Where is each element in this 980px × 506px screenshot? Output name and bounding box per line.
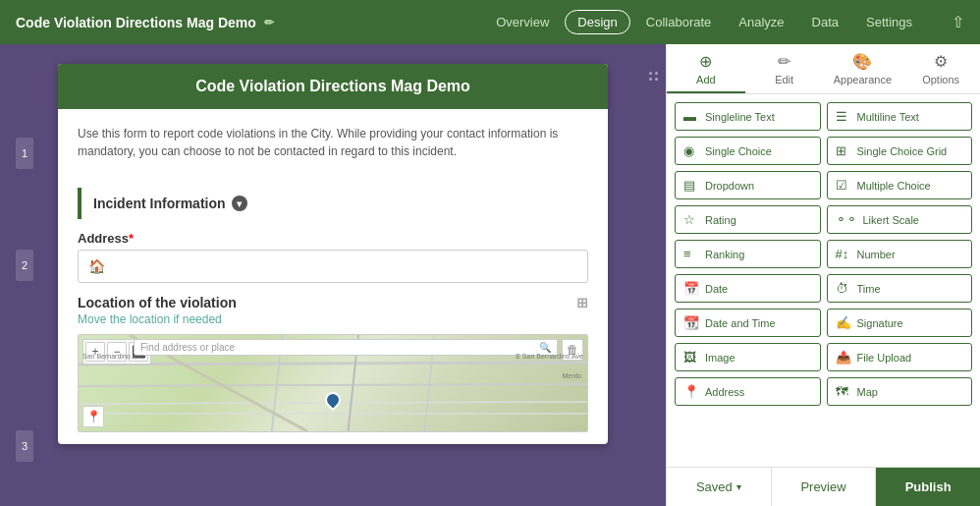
field-time[interactable]: ⏱ Time [827, 274, 973, 303]
form-section-incident: Incident Information ▾ [78, 188, 588, 219]
edit-title-icon[interactable]: ✏ [264, 16, 274, 29]
field-row-8: 🖼 Image 📤 File Upload [675, 343, 972, 371]
section-icon: ⊞ [576, 295, 588, 310]
appearance-tab-icon: 🎨 [852, 52, 872, 71]
field-singleline[interactable]: ▬ Singleline Text [675, 102, 821, 131]
publish-button[interactable]: Publish [876, 468, 980, 506]
field-single-choice[interactable]: ◉ Single Choice [675, 137, 821, 165]
field-number[interactable]: #↕ Number [827, 240, 973, 268]
location-section: Location of the violation ⊞ Move the loc… [78, 295, 588, 432]
add-tab-icon: ⊕ [699, 52, 712, 71]
nav-settings[interactable]: Settings [854, 11, 924, 33]
section-num-3: 3 [16, 430, 33, 462]
field-signature[interactable]: ✍ Signature [827, 309, 973, 337]
location-subtitle: Move the location if needed [78, 312, 588, 326]
preview-button[interactable]: Preview [771, 468, 877, 506]
app-title-container: Code Violation Directions Mag Demo ✏ [16, 15, 464, 30]
single-choice-icon: ◉ [683, 143, 699, 158]
section-collapse-icon[interactable]: ▾ [232, 196, 247, 211]
nav-collaborate[interactable]: Collaborate [634, 11, 724, 33]
saved-button[interactable]: Saved ▾ [667, 468, 771, 506]
file-upload-icon: 📤 [836, 350, 851, 365]
nav-analyze[interactable]: Analyze [727, 11, 795, 33]
map-widget[interactable]: + − ⬛ Find address or place 🔍 🗑 [78, 334, 588, 432]
dropdown-icon: ▤ [683, 178, 699, 193]
multiple-choice-icon: ☑ [836, 178, 851, 193]
field-row-1: ▬ Singleline Text ☰ Multiline Text [675, 102, 972, 131]
field-rating[interactable]: ☆ Rating [675, 205, 821, 234]
number-icon: #↕ [836, 247, 851, 261]
date-and-time-icon: 📆 [683, 315, 699, 330]
section-numbers: 1 2 3 [16, 138, 33, 464]
signature-icon: ✍ [836, 315, 851, 330]
tab-options[interactable]: ⚙ Options [901, 44, 980, 93]
section-title-incident: Incident Information ▾ [93, 196, 576, 211]
address-input-icon: 🏠 [88, 258, 105, 274]
fields-grid: ▬ Singleline Text ☰ Multiline Text ◉ Sin… [667, 94, 980, 467]
field-date-and-time[interactable]: 📆 Date and Time [675, 309, 821, 337]
section-num-2: 2 [16, 250, 33, 281]
field-single-choice-grid[interactable]: ⊞ Single Choice Grid [827, 137, 973, 165]
share-icon[interactable]: ⇧ [952, 13, 964, 31]
field-row-7: 📆 Date and Time ✍ Signature [675, 309, 972, 337]
field-row-9: 📍 Address 🗺 Map [675, 377, 972, 406]
form-area: 1 2 3 Code Violation Directions Mag Demo… [0, 44, 666, 506]
map-label-e-san-bernardino: E San Bernardino Ave [516, 353, 583, 360]
likert-scale-icon: ⚬⚬ [836, 212, 857, 227]
field-row-6: 📅 Date ⏱ Time [675, 274, 972, 303]
nav-data[interactable]: Data [800, 11, 850, 33]
map-field-icon: 🗺 [836, 384, 851, 399]
address-input[interactable]: 🏠 [78, 250, 588, 283]
top-navigation: Code Violation Directions Mag Demo ✏ Ove… [0, 0, 980, 44]
map-search-text: Find address or place [140, 342, 235, 353]
field-date[interactable]: 📅 Date [675, 274, 821, 303]
form-title: Code Violation Directions Mag Demo [58, 64, 608, 109]
field-file-upload[interactable]: 📤 File Upload [827, 343, 973, 371]
app-title-text: Code Violation Directions Mag Demo [16, 15, 256, 30]
date-icon: 📅 [683, 281, 699, 296]
map-label-san-bernardino: San Bernardino Ave [82, 353, 143, 360]
tab-appearance[interactable]: 🎨 Appearance [824, 44, 902, 93]
rating-icon: ☆ [683, 212, 699, 227]
field-likert-scale[interactable]: ⚬⚬ Likert Scale [827, 205, 973, 234]
main-layout: 1 2 3 Code Violation Directions Mag Demo… [0, 44, 980, 506]
field-multiline[interactable]: ☰ Multiline Text [827, 102, 973, 131]
field-row-3: ▤ Dropdown ☑ Multiple Choice [675, 171, 972, 199]
right-panel: ⊕ Add ✏ Edit 🎨 Appearance ⚙ Options ▬ Si… [666, 44, 980, 506]
ranking-icon: ≡ [683, 247, 699, 261]
field-image[interactable]: 🖼 Image [675, 343, 821, 371]
panel-tabs: ⊕ Add ✏ Edit 🎨 Appearance ⚙ Options [667, 44, 980, 94]
field-multiple-choice[interactable]: ☑ Multiple Choice [827, 171, 973, 199]
field-address[interactable]: 📍 Address [675, 377, 821, 406]
form-card: Code Violation Directions Mag Demo Use t… [58, 64, 608, 444]
required-star: * [129, 231, 134, 246]
single-choice-grid-icon: ⊞ [836, 143, 851, 158]
map-search-icon: 🔍 [539, 342, 551, 353]
location-title: Location of the violation ⊞ [78, 295, 588, 310]
form-description: Use this form to report code violations … [58, 109, 608, 176]
nav-overview[interactable]: Overview [484, 11, 561, 33]
bottom-bar: Saved ▾ Preview Publish [667, 467, 980, 506]
svg-line-0 [79, 363, 587, 365]
saved-caret-icon: ▾ [736, 481, 741, 492]
tab-add[interactable]: ⊕ Add [667, 44, 745, 93]
nav-design[interactable]: Design [565, 10, 629, 34]
options-tab-icon: ⚙ [934, 52, 948, 71]
edit-tab-icon: ✏ [778, 52, 790, 71]
field-row-2: ◉ Single Choice ⊞ Single Choice Grid [675, 137, 972, 165]
field-row-5: ≡ Ranking #↕ Number [675, 240, 972, 268]
section-num-1: 1 [16, 138, 33, 169]
map-location-btn[interactable]: 📍 [82, 406, 104, 427]
svg-line-1 [79, 384, 587, 386]
multiline-icon: ☰ [836, 109, 851, 124]
resize-handle[interactable] [649, 72, 658, 81]
field-row-4: ☆ Rating ⚬⚬ Likert Scale [675, 205, 972, 234]
field-dropdown[interactable]: ▤ Dropdown [675, 171, 821, 199]
address-field-icon: 📍 [683, 384, 699, 399]
time-icon: ⏱ [836, 281, 851, 296]
field-map[interactable]: 🗺 Map [827, 377, 973, 406]
map-label-mento: Mento [563, 372, 581, 379]
image-icon: 🖼 [683, 350, 699, 365]
tab-edit[interactable]: ✏ Edit [745, 44, 824, 93]
field-ranking[interactable]: ≡ Ranking [675, 240, 821, 268]
